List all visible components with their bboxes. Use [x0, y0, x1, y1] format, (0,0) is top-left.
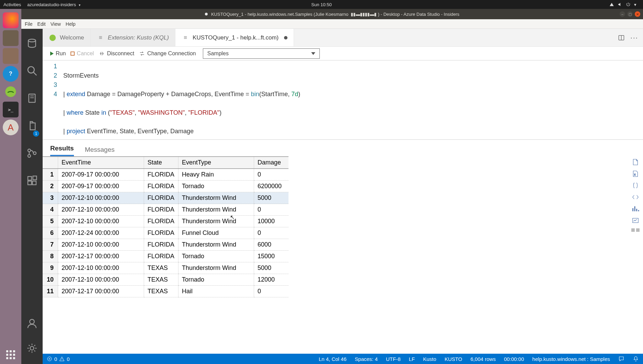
power-icon[interactable] [626, 2, 631, 7]
tab-messages[interactable]: Messages [85, 146, 115, 156]
dock-ads-icon[interactable] [3, 84, 19, 100]
cell-damage[interactable]: 0 [254, 169, 288, 181]
window-minimize-button[interactable]: – [620, 11, 625, 17]
cell-eventtime[interactable]: 2007-12-17 00:00:00 [58, 286, 144, 297]
cell-state[interactable]: FLORIDA [144, 216, 178, 227]
dock-terminal-icon[interactable]: >_ [3, 102, 19, 117]
cell-eventtime[interactable]: 2007-09-17 00:00:00 [58, 181, 144, 192]
cell-eventtype[interactable]: Thunderstorm Wind [178, 192, 254, 204]
cell-damage[interactable]: 12000 [254, 274, 288, 286]
cell-damage[interactable]: 5000 [254, 262, 288, 274]
cell-damage[interactable]: 0 [254, 227, 288, 239]
cell-eventtime[interactable]: 2007-12-10 00:00:00 [58, 274, 144, 286]
activity-scm-icon[interactable] [26, 148, 37, 159]
cell-eventtime[interactable]: 2007-12-10 00:00:00 [58, 204, 144, 216]
dock-firefox-icon[interactable] [3, 12, 19, 28]
dock-show-apps-button[interactable] [6, 350, 15, 359]
activity-settings-icon[interactable] [26, 343, 37, 354]
table-row[interactable]: 42007-12-10 00:00:00FLORIDAThunderstorm … [43, 204, 288, 216]
col-state[interactable]: State [144, 157, 178, 169]
menu-help[interactable]: Help [66, 21, 76, 27]
cell-damage[interactable]: 10000 [254, 216, 288, 227]
status-elapsed[interactable]: 00:00:00 [504, 356, 524, 362]
status-eol[interactable]: LF [409, 356, 415, 362]
save-xml-icon[interactable] [632, 193, 639, 201]
activities-button[interactable]: Activities [3, 2, 21, 7]
disconnect-button[interactable]: Disconnect [99, 50, 134, 57]
cell-eventtime[interactable]: 2007-09-17 00:00:00 [58, 169, 144, 181]
cell-state[interactable]: TEXAS [144, 274, 178, 286]
cell-damage[interactable]: 15000 [254, 251, 288, 262]
cell-eventtype[interactable]: Thunderstorm Wind [178, 204, 254, 216]
table-row[interactable]: 62007-12-24 00:00:00FLORIDAFunnel Cloud0 [43, 227, 288, 239]
cell-eventtime[interactable]: 2007-12-10 00:00:00 [58, 239, 144, 251]
cancel-button[interactable]: Cancel [70, 50, 94, 57]
cell-state[interactable]: TEXAS [144, 262, 178, 274]
tab-extension[interactable]: ≡ Extension: Kusto (KQL) [91, 29, 176, 46]
cell-eventtype[interactable]: Funnel Cloud [178, 227, 254, 239]
save-json-icon[interactable] [632, 182, 639, 189]
activity-explorer-icon[interactable] [26, 120, 37, 131]
cell-eventtime[interactable]: 2007-12-10 00:00:00 [58, 216, 144, 227]
table-row[interactable]: 22007-09-17 00:00:00FLORIDATornado620000… [43, 181, 288, 192]
cell-state[interactable]: FLORIDA [144, 192, 178, 204]
cell-state[interactable]: TEXAS [144, 286, 178, 297]
table-row[interactable]: 112007-12-17 00:00:00TEXASHail0 [43, 286, 288, 297]
tab-active-query[interactable]: ≡ KUSTOQuery_1 - help.k...ft.com) [175, 29, 294, 46]
status-encoding[interactable]: UTF-8 [386, 356, 401, 362]
activity-account-icon[interactable] [26, 318, 37, 329]
col-eventtype[interactable]: EventType [178, 157, 254, 169]
cell-eventtype[interactable]: Thunderstorm Wind [178, 239, 254, 251]
table-row[interactable]: 92007-12-10 00:00:00TEXASThunderstorm Wi… [43, 262, 288, 274]
menu-view[interactable]: View [51, 21, 61, 27]
feedback-icon[interactable] [618, 356, 624, 362]
cell-eventtime[interactable]: 2007-12-10 00:00:00 [58, 192, 144, 204]
visualizer-icon[interactable] [632, 217, 639, 224]
status-connection-type[interactable]: KUSTO [445, 356, 462, 362]
cell-damage[interactable]: 6000 [254, 239, 288, 251]
cell-state[interactable]: FLORIDA [144, 239, 178, 251]
cell-eventtime[interactable]: 2007-12-17 00:00:00 [58, 251, 144, 262]
cell-eventtype[interactable]: Tornado [178, 274, 254, 286]
system-chevron-down-icon[interactable]: ▾ [634, 2, 639, 7]
cell-damage[interactable]: 0 [254, 204, 288, 216]
cell-damage[interactable]: 5000 [254, 192, 288, 204]
bell-icon[interactable] [633, 356, 639, 362]
cell-eventtype[interactable]: Thunderstorm Wind [178, 262, 254, 274]
database-select[interactable]: Samples [203, 48, 320, 59]
cell-state[interactable]: FLORIDA [144, 204, 178, 216]
window-close-button[interactable]: ✕ [635, 11, 640, 17]
network-icon[interactable] [609, 2, 614, 7]
cell-state[interactable]: FLORIDA [144, 251, 178, 262]
cell-eventtype[interactable]: Tornado [178, 251, 254, 262]
tab-welcome[interactable]: Welcome [43, 29, 91, 46]
status-row-count[interactable]: 6,004 rows [470, 356, 495, 362]
table-row[interactable]: 52007-12-10 00:00:00FLORIDAThunderstorm … [43, 216, 288, 227]
more-actions-icon[interactable]: ··· [630, 34, 638, 42]
cell-state[interactable]: FLORIDA [144, 227, 178, 239]
split-editor-icon[interactable] [618, 34, 625, 41]
status-cursor-pos[interactable]: Ln 4, Col 46 [319, 356, 347, 362]
cell-eventtype[interactable]: Heavy Rain [178, 169, 254, 181]
cell-eventtype[interactable]: Thunderstorm Wind [178, 216, 254, 227]
cell-eventtime[interactable]: 2007-12-10 00:00:00 [58, 262, 144, 274]
col-damage[interactable]: Damage [254, 157, 288, 169]
save-excel-icon[interactable]: x [632, 170, 639, 178]
table-row[interactable]: 102007-12-10 00:00:00TEXASTornado12000 [43, 274, 288, 286]
table-row[interactable]: 32007-12-10 00:00:00FLORIDAThunderstorm … [43, 192, 288, 204]
table-row[interactable]: 72007-12-10 00:00:00FLORIDAThunderstorm … [43, 239, 288, 251]
change-connection-button[interactable]: Change Connection [139, 50, 196, 57]
running-app-indicator[interactable]: azuredatastudio-insiders [27, 2, 80, 7]
dock-updater-icon[interactable]: A [3, 120, 19, 135]
code-content[interactable]: StormEvents | extend Damage = DamageProp… [63, 62, 643, 139]
dock-software-icon[interactable] [3, 48, 19, 64]
menu-edit[interactable]: Edit [37, 21, 46, 27]
cell-eventtype[interactable]: Hail [178, 286, 254, 297]
dock-help-icon[interactable]: ? [3, 66, 19, 82]
results-grid[interactable]: EventTime State EventType Damage 12007-0… [43, 156, 288, 354]
volume-icon[interactable] [618, 2, 622, 7]
activity-search-icon[interactable] [26, 65, 37, 76]
cell-damage[interactable]: 6200000 [254, 181, 288, 192]
activity-connections-icon[interactable] [26, 38, 37, 49]
cell-state[interactable]: FLORIDA [144, 181, 178, 192]
